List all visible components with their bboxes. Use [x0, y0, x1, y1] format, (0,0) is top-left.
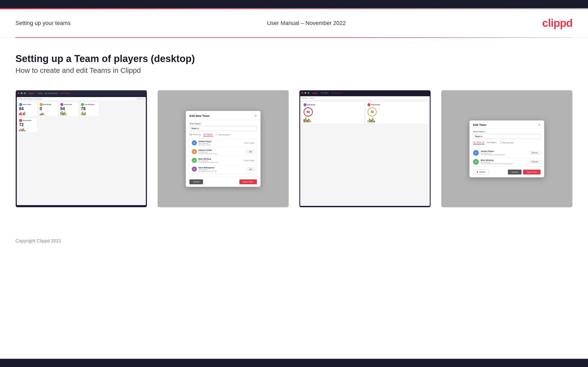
player-name: Adrian Player	[198, 140, 242, 143]
tab-all-players[interactable]: All Players	[203, 133, 213, 136]
bottom-bar	[0, 359, 588, 367]
trash-icon: 🗑	[476, 171, 478, 173]
card-3-screenshot: clippd My Players My Performance All Pla…	[299, 90, 431, 207]
filter-label: Filter by name	[219, 134, 230, 136]
player-club: Royal North Devon Golf Club, United King…	[481, 163, 527, 164]
dialog-footer: Cancel Save Team	[186, 177, 261, 187]
player-list: A Adrian Player Plus Handicap The Shire …	[189, 138, 257, 174]
footer: Copyright Clippd 2021	[0, 233, 588, 249]
player-info: Blair McHarg Plus Handicap Royal North D…	[481, 159, 527, 164]
player-name: Blair McHarg	[481, 159, 527, 161]
player-name: Adrian Player	[481, 150, 527, 152]
remove-player-button[interactable]: Remove	[529, 151, 541, 154]
player-added-label: Player Added	[244, 142, 255, 144]
avatar: A	[192, 149, 197, 154]
delete-label: Delete	[480, 171, 485, 173]
header: Setting up your teams User Manual – Nove…	[0, 9, 588, 37]
edit-team-name-input[interactable]	[473, 134, 541, 139]
player-club: The Shire London, United Kingdom	[481, 154, 527, 155]
dialog-body: Team Name * My Team (2) All Players Filt…	[186, 120, 261, 177]
player-name: Blair McHarg	[198, 158, 242, 160]
player-club: Central London Golf Centre	[198, 153, 245, 154]
save-team-button[interactable]: Save Team	[523, 170, 541, 174]
main-content: Setting up a Team of players (desktop) H…	[0, 38, 588, 233]
tab-my-team[interactable]: My Team (2)	[189, 133, 201, 136]
list-item: A Adrian Player Plus Handicap The Shire …	[469, 148, 544, 158]
card-2-screenshot: Add New Team ✕ Team Name * My Team (2) A…	[158, 90, 289, 207]
card-2: Add New Team ✕ Team Name * My Team (2) A…	[157, 90, 289, 207]
list-item: A Adrian Coliba 1.5 Handicap Central Lon…	[190, 147, 257, 156]
dialog-header: Add New Team ✕	[186, 111, 261, 120]
player-club: Royal North Devon Golf Club	[198, 162, 242, 163]
edit-filter: Filter by name	[499, 142, 514, 144]
card-3: clippd My Players My Performance All Pla…	[299, 90, 431, 207]
player-info: Adrian Player Plus Handicap The Shire Lo…	[481, 150, 527, 155]
save-team-button[interactable]: Save Team	[239, 179, 257, 184]
player-name: Adrian Coliba	[198, 149, 245, 151]
edit-dialog-body: Team Name * My Team (2) All Players Filt…	[469, 128, 544, 148]
cards-row: clippd Home My Performance My Pd Teams F…	[15, 90, 573, 207]
edit-tab-all-players[interactable]: All Players	[487, 141, 497, 144]
header-center-text: User Manual – November 2022	[267, 20, 346, 27]
header-left-text: Setting up your teams	[15, 20, 71, 27]
filter-checkbox[interactable]	[216, 134, 218, 136]
filter-by-name: Filter by name	[216, 134, 230, 136]
player-club: The Stag Mazing Golf Club	[198, 170, 245, 172]
list-item: B Blair McHarg Plus Handicap Royal North…	[190, 156, 257, 165]
edit-dialog-header: Edit Team ✕	[469, 120, 544, 128]
edit-filter-checkbox[interactable]	[499, 142, 501, 144]
card-1-screenshot: clippd Home My Performance My Pd Teams F…	[16, 90, 147, 207]
player-info: Dave Billingham 3.8 Handicap The Stag Ma…	[198, 167, 245, 172]
add-player-button[interactable]: Add	[247, 150, 254, 153]
edit-dialog-tabs: My Team (2) All Players Filter by name	[473, 141, 541, 144]
edit-close-icon[interactable]: ✕	[538, 123, 541, 127]
dialog-title: Add New Team	[189, 114, 209, 117]
list-item: B Blair McHarg Plus Handicap Royal North…	[469, 158, 544, 167]
cancel-button[interactable]: Cancel	[189, 179, 203, 184]
page-subtitle: How to create and edit Teams in Clippd	[15, 66, 573, 75]
delete-button[interactable]: 🗑 Delete	[473, 169, 489, 175]
dialog-close-icon[interactable]: ✕	[254, 114, 257, 118]
edit-dialog-title: Edit Team	[473, 123, 486, 126]
footer-right-buttons: Cancel Save Team	[508, 170, 541, 174]
list-item: A Adrian Player Plus Handicap The Shire …	[190, 139, 257, 147]
avatar: A	[473, 150, 479, 156]
avatar: A	[192, 140, 197, 145]
team-name-label: Team Name *	[189, 123, 257, 125]
player-info: Blair McHarg Plus Handicap Royal North D…	[198, 158, 242, 163]
edit-team-name-label: Team Name *	[473, 130, 541, 133]
player-info: Adrian Coliba 1.5 Handicap Central Londo…	[198, 149, 245, 154]
copyright-text: Copyright Clippd 2021	[15, 238, 61, 243]
card-1: clippd Home My Performance My Pd Teams F…	[15, 90, 147, 207]
card-4-screenshot: Edit Team ✕ Team Name * My Team (2) All …	[441, 90, 573, 207]
dialog-tabs: My Team (2) All Players Filter by name	[189, 133, 257, 136]
add-team-dialog: Add New Team ✕ Team Name * My Team (2) A…	[186, 111, 261, 187]
player-club: The Shire London	[198, 144, 242, 146]
card-4: Edit Team ✕ Team Name * My Team (2) All …	[441, 90, 573, 207]
card-1-text: 1) Click on 'Teams' at the top of the sc…	[16, 207, 147, 207]
edit-filter-label: Filter by name	[502, 142, 514, 144]
player-name: Dave Billingham	[198, 167, 245, 169]
edit-team-dialog: Edit Team ✕ Team Name * My Team (2) All …	[469, 120, 544, 177]
list-item: D Dave Billingham 3.8 Handicap The Stag …	[190, 165, 257, 174]
remove-player-button[interactable]: Remove	[529, 160, 541, 163]
card-4-text: 4) When editing your Team, you can chang…	[441, 207, 573, 207]
page-title: Setting up a Team of players (desktop)	[15, 53, 573, 64]
player-info: Adrian Player Plus Handicap The Shire Lo…	[198, 140, 242, 146]
add-player-button[interactable]: Add	[247, 168, 254, 171]
top-bar	[0, 0, 588, 8]
edit-cancel-button[interactable]: Cancel	[508, 170, 522, 174]
edit-tab-my-team[interactable]: My Team (2)	[473, 141, 484, 144]
player-added-label: Player Added	[244, 160, 255, 161]
card-3-text: 3) This Team will then be created. You c…	[299, 207, 431, 207]
avatar: B	[473, 159, 479, 165]
card-2-text: 2) Type the name of this Team and then s…	[158, 207, 289, 207]
header-logo: clippd	[542, 17, 573, 29]
avatar: B	[192, 158, 197, 163]
team-name-input[interactable]	[189, 126, 257, 131]
avatar: D	[192, 167, 197, 172]
edit-dialog-footer: 🗑 Delete Cancel Save Team	[469, 167, 544, 177]
